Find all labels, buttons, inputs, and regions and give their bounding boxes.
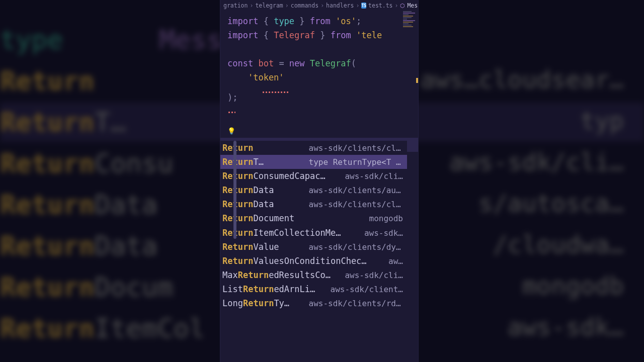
suggest-item[interactable]: LongReturnTy…aws-sdk/clients/rds…	[220, 296, 407, 310]
suggest-source: aw…	[383, 255, 403, 268]
suggest-widget[interactable]: Returnaws-sdk/clients/cloudsear…ReturnT……	[220, 141, 407, 310]
suggest-item[interactable]: ListReturnedArnLi…aws-sdk/client…	[220, 282, 407, 296]
code-line[interactable]: const bot = new Telegraf(	[220, 56, 418, 70]
suggest-item[interactable]: Returnaws-sdk/clients/cloudsear…	[220, 141, 407, 155]
crumb-file[interactable]: test.ts	[368, 2, 392, 9]
symbol-icon: ⬡	[400, 3, 405, 9]
suggest-item[interactable]: MaxReturnedResultsCo…aws-sdk/cli…	[220, 268, 407, 282]
suggest-label: ReturnValue	[222, 240, 279, 254]
crumb[interactable]: commands	[291, 2, 318, 9]
suggest-source: aws-sdk/client…	[326, 283, 404, 296]
suggest-source: aws-sdk/clients/autosca…	[304, 184, 403, 197]
suggest-source: aws-sdk/clients/dynamo…	[304, 241, 403, 254]
suggest-label: ReturnT…	[222, 155, 264, 169]
suggest-label: MaxReturnedResultsCo…	[222, 268, 331, 282]
code-editor[interactable]: import { type } from 'os'; import { Tele…	[220, 11, 418, 152]
chevron-right-icon: ›	[395, 2, 398, 9]
suggest-item[interactable]: ReturnValuesOnConditionChec…aw…	[220, 254, 407, 268]
chevron-right-icon: ›	[285, 2, 289, 9]
code-line[interactable]	[220, 42, 418, 56]
breadcrumb[interactable]: gration › telegram › commands › handlers…	[220, 0, 418, 11]
scrollbar-thumb[interactable]	[233, 141, 236, 239]
suggest-label: ReturnData	[222, 183, 274, 197]
suggest-item[interactable]: ReturnDataaws-sdk/clients/cloudwa…	[220, 197, 407, 211]
suggest-source: aws-sdk/clients/cloudsear…	[304, 142, 403, 155]
suggest-source: mongodb	[364, 212, 403, 225]
code-line[interactable]: import { Telegraf } from 'tele	[220, 28, 418, 42]
suggest-label: LongReturnTy…	[222, 296, 289, 310]
chevron-right-icon: ›	[356, 2, 359, 9]
suggest-label: ReturnData	[222, 197, 274, 211]
lightbulb-icon[interactable]: 💡	[220, 125, 418, 137]
suggest-source: aws-sdk/clients/cloudwa…	[304, 198, 403, 211]
suggest-label: ListReturnedArnLi…	[222, 282, 315, 296]
suggest-source: type ReturnType<T extends…	[304, 156, 403, 169]
suggest-label: ReturnConsumedCapac…	[222, 169, 326, 183]
crumb[interactable]: handlers	[326, 2, 354, 9]
suggest-item[interactable]: ReturnDocumentmongodb	[220, 211, 407, 225]
suggest-item[interactable]: ReturnT…type ReturnType<T extends…	[220, 155, 407, 169]
suggest-item[interactable]: ReturnValueaws-sdk/clients/dynamo…	[220, 240, 407, 254]
suggest-source: aws-sdk/clients/rds…	[304, 297, 403, 310]
crumb[interactable]: gration	[223, 2, 248, 9]
suggest-source: aws-sdk…	[359, 227, 403, 240]
suggest-source: aws-sdk/cli…	[340, 269, 403, 282]
suggest-item[interactable]: ReturnDataaws-sdk/clients/autosca…	[220, 183, 407, 197]
crumb[interactable]: telegram	[255, 2, 283, 9]
suggest-item[interactable]: ReturnConsumedCapac…aws-sdk/cli…	[220, 169, 407, 183]
crumb-symbol[interactable]: Message	[407, 2, 418, 9]
typescript-file-icon: TS	[361, 3, 366, 9]
chevron-right-icon: ›	[250, 2, 253, 9]
code-line[interactable]	[220, 111, 418, 125]
suggest-label: ReturnItemCollectionMe…	[222, 226, 341, 240]
suggest-label: ReturnValuesOnConditionChec…	[222, 254, 367, 268]
suggest-item[interactable]: ReturnItemCollectionMe…aws-sdk…	[220, 226, 407, 240]
suggest-label: Return	[222, 141, 253, 155]
suggest-source: aws-sdk/cli…	[340, 170, 403, 183]
chevron-right-icon: ›	[320, 2, 324, 9]
code-line[interactable]: import { type } from 'os';	[220, 14, 418, 28]
